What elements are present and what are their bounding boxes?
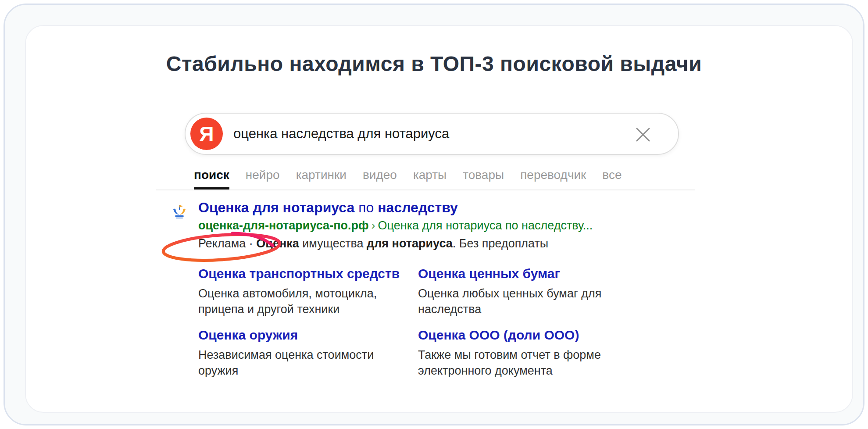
result-title-link[interactable]: Оценка для нотариуса по наследству: [198, 200, 458, 216]
sitelink-link[interactable]: Оценка ценных бумаг: [418, 266, 607, 281]
result-title-bold2: наследству: [378, 200, 458, 215]
search-tabs: поиск нейро картинки видео карты товары …: [194, 168, 622, 190]
sitelink-description: Оценка любых ценных бумаг для наследства: [418, 286, 607, 317]
tabs-divider: [156, 189, 695, 190]
sitelink-link[interactable]: Оценка оружия: [198, 328, 413, 343]
sitelink-item: Оценка ценных бумаг Оценка любых ценных …: [418, 266, 607, 317]
snippet-mid: имущества: [299, 237, 367, 250]
sitelink-item: Оценка ООО (доли ООО) Также мы готовим о…: [418, 328, 607, 379]
sitelink-description: Оценка автомобиля, мотоцикла, прицепа и …: [198, 286, 409, 317]
sitelink-description: Также мы готовим отчет в форме электронн…: [418, 347, 607, 379]
tab-all[interactable]: все: [602, 168, 622, 190]
search-input[interactable]: оценка наследства для нотариуса: [233, 114, 619, 154]
tab-images[interactable]: картинки: [296, 168, 346, 190]
page-title: Стабильно находимся в ТОП-3 поисковой вы…: [0, 52, 868, 76]
tab-video[interactable]: видео: [363, 168, 397, 190]
tab-goods[interactable]: товары: [463, 168, 504, 190]
sitelink-link[interactable]: Оценка ООО (доли ООО): [418, 328, 607, 343]
result-breadcrumb: Оценка для нотариуса по наследству...: [378, 219, 593, 232]
sitelink-item: Оценка оружия Независимая оценка стоимос…: [198, 328, 413, 379]
result-title-bold1: Оценка для нотариуса: [198, 200, 354, 215]
yandex-logo-icon: Я: [190, 118, 223, 150]
snippet-tail: . Без предоплаты: [453, 237, 548, 250]
breadcrumb-separator: ›: [369, 219, 378, 232]
sitelink-link[interactable]: Оценка транспортных средств: [198, 266, 409, 281]
ad-label: Реклама ·: [198, 237, 256, 250]
tab-translate[interactable]: переводчик: [520, 168, 586, 190]
search-bar[interactable]: Я оценка наследства для нотариуса: [185, 113, 679, 155]
close-icon[interactable]: [633, 125, 653, 144]
tab-neuro[interactable]: нейро: [246, 168, 280, 190]
result-domain: оценка-для-нотариуса-по.рф: [198, 219, 369, 232]
result-snippet: Реклама · Оценка имущества для нотариуса…: [198, 237, 548, 250]
tab-search[interactable]: поиск: [194, 168, 229, 190]
tab-maps[interactable]: карты: [413, 168, 447, 190]
snippet-bold1: Оценка: [256, 237, 299, 250]
yandex-logo-letter: Я: [199, 122, 214, 146]
site-favicon-icon: [171, 204, 187, 219]
snippet-bold2: для нотариуса: [367, 237, 453, 250]
result-url-line[interactable]: оценка-для-нотариуса-по.рф›Оценка для но…: [198, 219, 593, 232]
result-title-normal: по: [354, 200, 378, 215]
sitelink-description: Независимая оценка стоимости оружия: [198, 347, 413, 379]
sitelink-item: Оценка транспортных средств Оценка автом…: [198, 266, 409, 317]
